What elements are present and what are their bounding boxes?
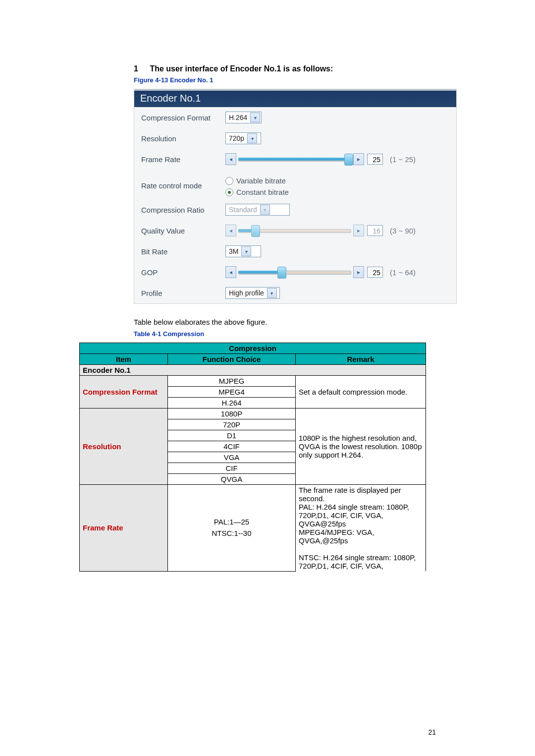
gop-slider[interactable]: ◂ ▸	[225, 266, 364, 278]
bit-rate-select[interactable]: 3M ▾	[225, 245, 261, 257]
label-frame-rate: Frame Rate	[141, 155, 225, 164]
slider-dec-button: ◂	[225, 225, 236, 236]
row-frame-rate: Frame Rate ◂ ▸ 25 (1 ~ 25)	[134, 149, 456, 170]
chevron-down-icon: ▾	[241, 246, 251, 256]
label-compression-ratio: Compression Ratio	[141, 206, 225, 214]
cell-choice: MPEG4	[168, 387, 296, 398]
cell-choice: QVGA	[168, 474, 296, 485]
encoder-panel: Encoder No.1 Compression Format H.264 ▾ …	[134, 89, 457, 304]
figure-caption: Figure 4-13 Encoder No. 1	[134, 76, 456, 84]
frame-rate-slider[interactable]: ◂ ▸	[225, 153, 364, 165]
label-profile: Profile	[141, 289, 225, 297]
row-resolution: Resolution 720p ▾	[134, 128, 456, 149]
cell-choice: PAL:1—25 NTSC:1--30	[168, 485, 296, 572]
cell-choice: 4CIF	[168, 441, 296, 452]
quality-value-value: 16	[367, 225, 383, 236]
chevron-down-icon: ▾	[250, 113, 260, 122]
section-encoder-no1: Encoder No.1	[80, 365, 426, 376]
row-rate-control: Rate control mode Variable bitrate Const…	[134, 170, 456, 199]
row-compression-format: Compression Format H.264 ▾	[134, 107, 456, 128]
gop-range: (1 ~ 64)	[390, 268, 416, 277]
table-row: Frame Rate PAL:1—25 NTSC:1--30 The frame…	[80, 485, 426, 572]
slider-thumb	[251, 225, 260, 237]
radio-variable-label: Variable bitrate	[236, 176, 286, 185]
compression-table: Compression Item Function Choice Remark …	[79, 343, 426, 572]
radio-constant-label: Constant bitrate	[236, 188, 289, 196]
row-gop: GOP ◂ ▸ 25 (1 ~ 64)	[134, 262, 456, 283]
th-function-choice: Function Choice	[168, 354, 296, 365]
compression-format-value: H.264	[229, 114, 247, 121]
cell-choice: H.264	[168, 398, 296, 408]
compression-ratio-value: Standard	[229, 206, 257, 214]
slider-track[interactable]	[238, 156, 351, 163]
resolution-value: 720p	[229, 134, 244, 142]
row-bit-rate: Bit Rate 3M ▾	[134, 241, 456, 262]
label-compression-format: Compression Format	[141, 114, 225, 122]
cell-choice: D1	[168, 430, 296, 441]
label-rate-control: Rate control mode	[141, 176, 225, 190]
cell-choice: CIF	[168, 463, 296, 474]
label-resolution: Resolution	[141, 134, 225, 143]
table-caption: Table 4-1 Compression	[134, 330, 456, 338]
cell-remark: The frame rate is displayed per second. …	[296, 485, 426, 572]
label-quality-value: Quality Value	[141, 227, 225, 235]
quality-value-slider: ◂ ▸	[225, 225, 364, 236]
heading-text: The user interface of Encoder No.1 is as…	[150, 64, 333, 73]
row-profile: Profile High profile ▾	[134, 283, 456, 303]
cell-remark: 1080P is the highest resolution and, QVG…	[296, 408, 426, 485]
section-heading: 1 The user interface of Encoder No.1 is …	[134, 64, 456, 73]
slider-inc-button: ▸	[353, 225, 364, 236]
table-row: Resolution 1080P 1080P is the highest re…	[80, 408, 426, 419]
cell-choice: 1080P	[168, 408, 296, 419]
compression-ratio-select: Standard ▾	[225, 204, 290, 216]
profile-value: High profile	[229, 289, 264, 297]
slider-thumb[interactable]	[344, 154, 353, 166]
cell-remark: Set a default compression mode.	[296, 376, 426, 408]
frame-rate-value[interactable]: 25	[367, 154, 383, 165]
th-item: Item	[80, 354, 168, 365]
slider-inc-button[interactable]: ▸	[353, 153, 364, 165]
cell-item: Compression Format	[80, 376, 168, 408]
radio-variable-bitrate[interactable]: Variable bitrate	[225, 176, 289, 185]
cell-choice: VGA	[168, 452, 296, 463]
cell-choice: MJPEG	[168, 376, 296, 387]
table-title: Compression	[80, 343, 426, 354]
slider-inc-button[interactable]: ▸	[353, 266, 364, 278]
slider-thumb[interactable]	[277, 267, 286, 279]
profile-select[interactable]: High profile ▾	[225, 287, 280, 299]
resolution-select[interactable]: 720p ▾	[225, 132, 261, 144]
cell-item: Frame Rate	[80, 485, 168, 572]
chevron-down-icon: ▾	[260, 205, 270, 215]
chevron-down-icon: ▾	[267, 288, 277, 298]
chevron-down-icon: ▾	[247, 133, 257, 143]
radio-icon	[225, 177, 233, 185]
row-compression-ratio: Compression Ratio Standard ▾	[134, 199, 456, 220]
label-gop: GOP	[141, 268, 225, 277]
row-quality-value: Quality Value ◂ ▸ 16 (3 ~ 90)	[134, 220, 456, 241]
radio-icon	[225, 188, 233, 196]
slider-dec-button[interactable]: ◂	[225, 266, 236, 278]
encoder-title: Encoder No.1	[134, 89, 456, 107]
slider-track[interactable]	[238, 269, 351, 276]
cell-item: Resolution	[80, 408, 168, 485]
frame-rate-range: (1 ~ 25)	[390, 155, 416, 164]
table-intro: Table below elaborates the above figure.	[134, 318, 456, 326]
compression-format-select[interactable]: H.264 ▾	[225, 112, 262, 123]
gop-value[interactable]: 25	[367, 267, 383, 278]
bit-rate-value: 3M	[229, 247, 238, 255]
radio-constant-bitrate[interactable]: Constant bitrate	[225, 188, 289, 196]
cell-choice: 720P	[168, 419, 296, 430]
page-number: 21	[428, 728, 436, 736]
slider-dec-button[interactable]: ◂	[225, 153, 236, 165]
label-bit-rate: Bit Rate	[141, 247, 225, 256]
th-remark: Remark	[296, 354, 426, 365]
heading-number: 1	[134, 64, 148, 73]
table-row: Compression Format MJPEG Set a default c…	[80, 376, 426, 387]
slider-track	[238, 227, 351, 234]
quality-value-range: (3 ~ 90)	[390, 227, 416, 235]
